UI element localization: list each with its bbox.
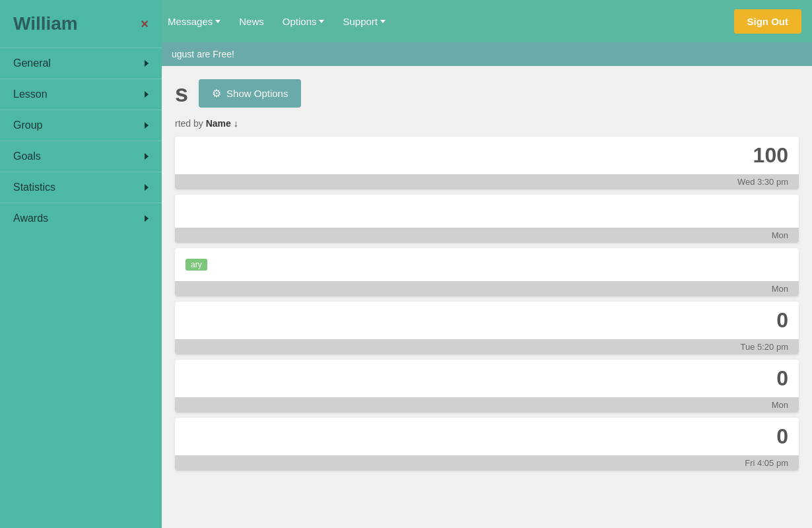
card-item: Mon — [175, 195, 799, 243]
sidebar-item-awards[interactable]: Awards — [0, 203, 162, 234]
card-footer: Mon — [175, 397, 799, 412]
card-score: 100 — [753, 143, 788, 168]
chevron-right-icon — [145, 122, 149, 129]
chevron-down-icon — [319, 20, 324, 23]
card-body: 0 — [175, 302, 799, 339]
sidebar-menu: General Lesson Group Goals Statistics Aw… — [0, 48, 162, 234]
card-item: 0 Fri 4:05 pm — [175, 418, 799, 471]
section-title: s — [175, 80, 188, 108]
nav-item-news[interactable]: News — [230, 0, 273, 42]
chevron-right-icon — [145, 91, 149, 98]
sidebar-item-label: Statistics — [13, 182, 55, 193]
sidebar-header: William × — [0, 0, 162, 48]
nav-item-support[interactable]: Support — [333, 0, 395, 42]
nav-label: News — [239, 16, 264, 27]
sidebar: William × General Lesson Group Goals Sta… — [0, 0, 162, 528]
chevron-right-icon — [145, 60, 149, 67]
card-item: 0 Tue 5:20 pm — [175, 302, 799, 354]
chevron-right-icon — [145, 184, 149, 191]
card-footer: Fri 4:05 pm — [175, 455, 799, 471]
chevron-right-icon — [145, 153, 149, 160]
sign-out-button[interactable]: Sign Out — [734, 9, 802, 34]
card-footer: Wed 3:30 pm — [175, 174, 799, 189]
card-footer: Tue 5:20 pm — [175, 339, 799, 354]
sidebar-item-general[interactable]: General — [0, 48, 162, 79]
card-body — [175, 195, 799, 228]
show-options-label: Show Options — [226, 88, 288, 99]
sidebar-item-goals[interactable]: Goals — [0, 141, 162, 172]
card-item: ary Mon — [175, 248, 799, 296]
sidebar-item-label: Lesson — [13, 88, 48, 100]
gear-icon: ⚙ — [212, 87, 221, 100]
sidebar-item-lesson[interactable]: Lesson — [0, 79, 162, 110]
card-body: 100 — [175, 137, 799, 174]
nav-label: Messages — [168, 16, 213, 27]
sort-row: rted by Name ↓ — [175, 118, 799, 129]
sidebar-item-label: Goals — [13, 150, 41, 162]
main-content: s ⚙ Show Options rted by Name ↓ 100 Wed … — [162, 66, 812, 527]
nav-label: Support — [343, 16, 378, 27]
show-options-button[interactable]: ⚙ Show Options — [199, 79, 301, 108]
card-tag: ary — [186, 259, 207, 271]
close-icon[interactable]: × — [141, 16, 149, 32]
options-row: s ⚙ Show Options — [175, 79, 799, 108]
card-footer: Mon — [175, 281, 799, 296]
nav-item-messages[interactable]: Messages — [158, 0, 230, 42]
sidebar-item-group[interactable]: Group — [0, 110, 162, 141]
sidebar-item-label: General — [13, 57, 51, 69]
chevron-down-icon — [380, 20, 386, 23]
chevron-down-icon — [215, 20, 220, 23]
chevron-right-icon — [145, 215, 149, 222]
card-score: 0 — [776, 424, 788, 449]
card-item: 0 Mon — [175, 360, 799, 412]
sidebar-item-statistics[interactable]: Statistics — [0, 172, 162, 203]
card-body: 0 — [175, 418, 799, 455]
nav-label: Options — [283, 16, 317, 27]
sort-field: Name ↓ — [206, 118, 238, 129]
card-body: 0 — [175, 360, 799, 397]
card-score: 0 — [776, 308, 788, 333]
nav-item-options[interactable]: Options — [273, 0, 334, 42]
card-footer: Mon — [175, 228, 799, 243]
card-score: 0 — [776, 366, 788, 391]
sidebar-item-label: Awards — [13, 213, 48, 224]
card-item: 100 Wed 3:30 pm — [175, 137, 799, 189]
sidebar-username: William — [13, 13, 78, 34]
card-body: ary — [175, 248, 799, 281]
sidebar-item-label: Group — [13, 119, 42, 131]
sort-prefix: rted by — [175, 118, 203, 129]
